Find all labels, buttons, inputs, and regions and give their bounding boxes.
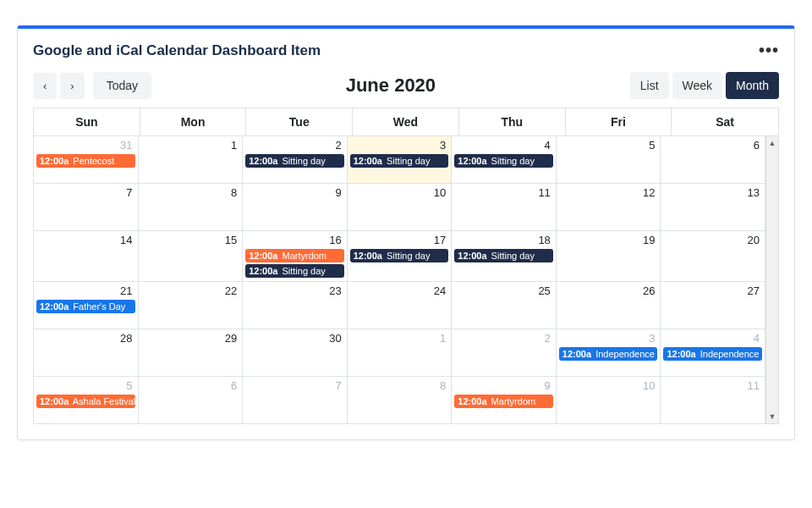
event-title: Sitting day bbox=[279, 156, 325, 166]
calendar-cell[interactable]: 11 bbox=[661, 377, 765, 424]
calendar-event[interactable]: 12:00a Sitting day bbox=[350, 249, 449, 262]
event-title: Sitting day bbox=[279, 266, 325, 276]
calendar-cell[interactable]: 8 bbox=[348, 377, 453, 424]
calendar-cell[interactable]: 12 bbox=[557, 184, 661, 231]
view-month-button[interactable]: Month bbox=[726, 72, 779, 99]
calendar-cell[interactable]: 7 bbox=[34, 184, 139, 231]
event-time: 12:00a bbox=[354, 156, 382, 166]
calendar-event[interactable]: 12:00a Father's Day bbox=[36, 300, 135, 313]
today-button[interactable]: Today bbox=[93, 72, 151, 99]
event-time: 12:00a bbox=[458, 396, 486, 406]
calendar-cell[interactable]: 30 bbox=[243, 329, 348, 377]
events-container: 12:00a Sitting day bbox=[243, 154, 347, 171]
calendar-cell[interactable]: 6 bbox=[661, 136, 765, 184]
calendar-cell[interactable]: 312:00a Sitting day bbox=[348, 136, 453, 184]
calendar-cell[interactable]: 8 bbox=[139, 184, 244, 231]
calendar-cell[interactable]: 2112:00a Father's Day bbox=[34, 282, 139, 329]
event-time: 12:00a bbox=[249, 251, 277, 261]
prev-button[interactable]: ‹ bbox=[33, 73, 57, 99]
day-number: 6 bbox=[661, 136, 765, 154]
calendar-cell[interactable]: 5 bbox=[557, 136, 661, 184]
calendar-cell[interactable]: 10 bbox=[348, 184, 453, 231]
calendar-cell[interactable]: 212:00a Sitting day bbox=[243, 136, 348, 184]
calendar-cell[interactable]: 27 bbox=[661, 282, 765, 329]
calendar-event[interactable]: 12:00a Martyrdom bbox=[245, 249, 344, 262]
calendar-cell[interactable]: 2 bbox=[452, 329, 557, 377]
calendar-event[interactable]: 12:00a Ashala Festival bbox=[36, 395, 135, 408]
day-number: 31 bbox=[34, 136, 138, 154]
day-number: 8 bbox=[348, 377, 452, 395]
calendar-cell[interactable]: 512:00a Ashala Festival bbox=[34, 377, 139, 424]
day-number: 28 bbox=[34, 329, 138, 347]
calendar-event[interactable]: 12:00a Sitting day bbox=[454, 154, 553, 168]
calendar-cell[interactable]: 6 bbox=[139, 377, 244, 424]
events-container: 12:00a Martyrdom bbox=[452, 395, 556, 411]
calendar-cell[interactable]: 1 bbox=[348, 329, 453, 377]
day-header-cell: Sun bbox=[34, 108, 140, 135]
calendar-cell[interactable]: 20 bbox=[661, 231, 765, 282]
day-number: 19 bbox=[557, 231, 661, 249]
calendar-cell[interactable]: 412:00a Sitting day bbox=[452, 136, 557, 184]
events-container: 12:00a Ashala Festival bbox=[34, 395, 138, 411]
calendar-cell[interactable]: 13 bbox=[661, 184, 765, 231]
calendar-cell[interactable]: 15 bbox=[139, 231, 244, 282]
day-number: 23 bbox=[243, 282, 347, 300]
event-title: Father's Day bbox=[70, 301, 125, 312]
event-time: 12:00a bbox=[40, 301, 69, 312]
calendar-day-header: SunMonTueWedThuFriSat bbox=[33, 108, 779, 135]
event-title: Pentecost bbox=[70, 156, 114, 166]
calendar-cell[interactable]: 10 bbox=[557, 377, 661, 424]
calendar-event[interactable]: 12:00a Martyrdom bbox=[454, 395, 553, 408]
calendar-cell[interactable]: 19 bbox=[557, 231, 661, 282]
calendar-cell[interactable]: 9 bbox=[243, 184, 348, 231]
day-header-cell: Thu bbox=[459, 108, 566, 135]
day-number: 11 bbox=[661, 377, 765, 395]
calendar-event[interactable]: 12:00a Sitting day bbox=[245, 264, 344, 278]
day-header-cell: Wed bbox=[353, 108, 459, 135]
calendar-cell[interactable]: 7 bbox=[243, 377, 348, 424]
view-week-button[interactable]: Week bbox=[672, 72, 723, 99]
day-number: 4 bbox=[452, 136, 556, 154]
calendar-cell[interactable]: 412:00a Independence Day bbox=[661, 329, 765, 377]
calendar-cell[interactable]: 25 bbox=[452, 282, 557, 329]
day-number: 25 bbox=[452, 282, 556, 300]
calendar-event[interactable]: 12:00a Sitting day bbox=[350, 154, 449, 168]
calendar-cell[interactable]: 1712:00a Sitting day bbox=[348, 231, 453, 282]
calendar-cell[interactable]: 23 bbox=[243, 282, 348, 329]
scroll-up-icon[interactable]: ▲ bbox=[766, 136, 778, 150]
day-number: 14 bbox=[34, 231, 138, 249]
calendar-grid: 3112:00a Pentecost1212:00a Sitting day31… bbox=[33, 136, 765, 424]
calendar-cell[interactable]: 14 bbox=[34, 231, 139, 282]
event-title: Independence Day bbox=[593, 349, 657, 359]
calendar-event[interactable]: 12:00a Sitting day bbox=[245, 154, 344, 168]
scroll-down-icon[interactable]: ▼ bbox=[766, 410, 778, 423]
calendar-cell[interactable]: 1612:00a Martyrdom12:00a Sitting day bbox=[243, 231, 348, 282]
calendar-cell[interactable]: 1812:00a Sitting day bbox=[452, 231, 557, 282]
calendar-event[interactable]: 12:00a Sitting day bbox=[454, 249, 553, 262]
calendar-cell[interactable]: 912:00a Martyrdom bbox=[452, 377, 557, 424]
day-number: 8 bbox=[139, 184, 243, 202]
scroll-track[interactable] bbox=[766, 150, 778, 410]
view-list-button[interactable]: List bbox=[630, 72, 669, 99]
calendar-cell[interactable]: 11 bbox=[452, 184, 557, 231]
calendar-cell[interactable]: 26 bbox=[557, 282, 661, 329]
calendar-cell[interactable]: 3112:00a Pentecost bbox=[34, 136, 139, 184]
calendar-event[interactable]: 12:00a Pentecost bbox=[36, 154, 135, 168]
calendar-cell[interactable]: 22 bbox=[139, 282, 244, 329]
day-number: 22 bbox=[139, 282, 243, 300]
calendar-cell[interactable]: 28 bbox=[34, 329, 139, 377]
next-button[interactable]: › bbox=[60, 73, 84, 99]
day-header-cell: Fri bbox=[566, 108, 672, 135]
calendar-event[interactable]: 12:00a Independence Day bbox=[559, 347, 658, 361]
scrollbar[interactable]: ▲ ▼ bbox=[765, 135, 779, 424]
calendar-cell[interactable]: 1 bbox=[139, 136, 244, 184]
event-time: 12:00a bbox=[458, 156, 486, 166]
calendar-cell[interactable]: 24 bbox=[348, 282, 453, 329]
calendar-card: Google and iCal Calendar Dashboard Item … bbox=[17, 25, 795, 440]
calendar-cell[interactable]: 29 bbox=[139, 329, 244, 377]
more-icon[interactable]: ••• bbox=[759, 41, 779, 60]
day-number: 10 bbox=[557, 377, 661, 395]
calendar-cell[interactable]: 312:00a Independence Day bbox=[557, 329, 661, 377]
calendar-event[interactable]: 12:00a Independence Day bbox=[663, 347, 762, 361]
event-time: 12:00a bbox=[40, 396, 69, 406]
